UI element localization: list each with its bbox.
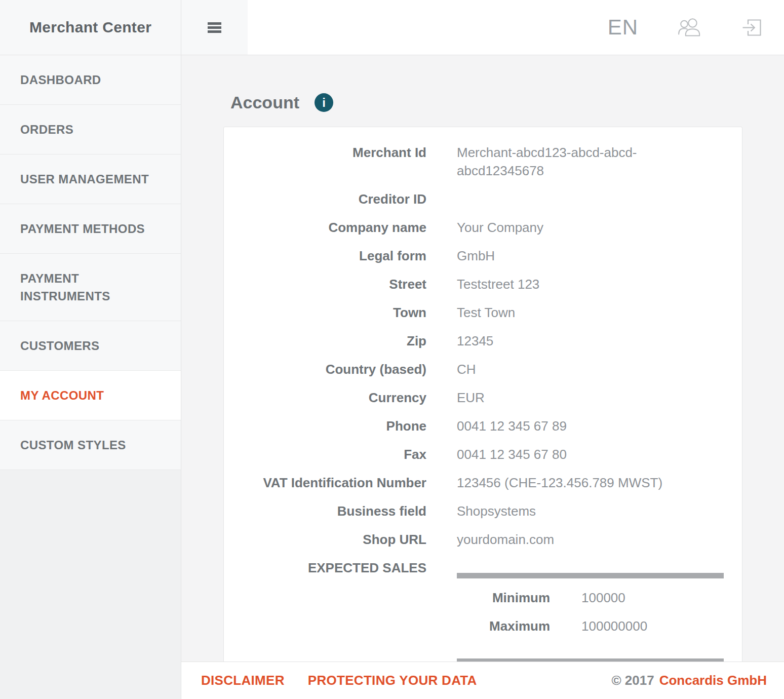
app-window: Merchant Center EN	[0, 0, 784, 699]
field-label: Legal form	[233, 247, 426, 265]
field-value: Teststreet 123	[457, 275, 724, 293]
subrow-value: 100000000	[581, 617, 733, 635]
expected-sales-subrow: Minimum 100000	[224, 584, 742, 612]
sidebar-item[interactable]: PAYMENT INSTRUMENTS	[0, 254, 181, 321]
field-label: Zip	[233, 332, 426, 350]
field-label: Fax	[233, 445, 426, 463]
field-value: Shopsystems	[457, 502, 724, 520]
field-value: Your Company	[457, 218, 724, 237]
expected-sales-label: EXPECTED SALES	[233, 559, 426, 578]
expected-sales-divider-top	[457, 559, 724, 578]
sidebar-item[interactable]: ORDERS	[0, 105, 181, 154]
field-row: Shop URL yourdomain.com	[224, 525, 742, 554]
expected-sales-row: EXPECTED SALES	[224, 554, 742, 584]
sidebar-item-label: ORDERS	[20, 123, 73, 136]
content-area: Account i Merchant Id Merchant-abcd123-a…	[181, 55, 784, 699]
account-fields: Merchant Id Merchant-abcd123-abcd-abcd-a…	[224, 138, 742, 554]
field-label: Street	[233, 275, 426, 293]
field-row: VAT Identification Number 123456 (CHE-12…	[224, 469, 742, 497]
topbar: Merchant Center EN	[0, 0, 784, 55]
field-row: Creditor ID	[224, 185, 742, 213]
footer: DISCLAIMER PROTECTING YOUR DATA © 2017 C…	[181, 662, 784, 699]
field-value: CH	[457, 360, 724, 378]
page-header: Account i	[230, 93, 742, 112]
field-value: Merchant-abcd123-abcd-abcd-abcd12345678	[457, 143, 670, 180]
field-value: 123456 (CHE-123.456.789 MWST)	[457, 474, 724, 492]
language-selector[interactable]: EN	[608, 15, 638, 40]
field-row: Town Test Town	[224, 298, 742, 327]
field-row: Fax 0041 12 345 67 80	[224, 440, 742, 469]
company-link[interactable]: Concardis GmbH	[659, 673, 767, 688]
brand-title: Merchant Center	[0, 0, 181, 55]
sidebar-item[interactable]: USER MANAGEMENT	[0, 154, 181, 204]
field-value: 12345	[457, 332, 724, 350]
field-value: GmbH	[457, 247, 724, 265]
copyright-year: © 2017	[611, 673, 654, 688]
field-row: Business field Shopsystems	[224, 497, 742, 525]
logout-button[interactable]	[741, 16, 764, 39]
divider-bar	[457, 573, 724, 578]
field-value: Test Town	[457, 303, 724, 322]
field-row: Street Teststreet 123	[224, 270, 742, 298]
field-row: Country (based) CH	[224, 355, 742, 383]
menu-toggle-button[interactable]	[181, 0, 248, 55]
copyright: © 2017 Concardis GmbH	[611, 673, 767, 688]
footer-link[interactable]: DISCLAIMER	[201, 673, 285, 688]
sidebar-item-label: USER MANAGEMENT	[20, 172, 149, 186]
field-value: EUR	[457, 389, 724, 407]
subrow-value: 100000	[581, 589, 733, 607]
field-row: Phone 0041 12 345 67 89	[224, 412, 742, 440]
field-value: 0041 12 345 67 80	[457, 445, 724, 463]
logout-icon	[741, 16, 764, 39]
main-layout: DASHBOARD ORDERS USER MANAGEMENT PAYMENT…	[0, 55, 784, 699]
field-label: Currency	[233, 389, 426, 407]
topbar-actions: EN	[248, 0, 784, 55]
users-icon	[678, 17, 701, 37]
field-label: Country (based)	[233, 360, 426, 378]
field-label: Phone	[233, 417, 426, 435]
sidebar-item-label: CUSTOMERS	[20, 339, 100, 353]
footer-link[interactable]: PROTECTING YOUR DATA	[308, 673, 477, 688]
sidebar-item-label: CUSTOM STYLES	[20, 438, 126, 452]
user-management-button[interactable]	[678, 17, 701, 37]
expected-sales-subrow: Maximum 100000000	[224, 612, 742, 640]
field-row: Merchant Id Merchant-abcd123-abcd-abcd-a…	[224, 138, 742, 185]
field-label: Shop URL	[233, 530, 426, 549]
sidebar-nav: DASHBOARD ORDERS USER MANAGEMENT PAYMENT…	[0, 55, 181, 699]
field-label: Merchant Id	[233, 143, 426, 180]
sidebar-item-label: PAYMENT METHODS	[20, 222, 145, 236]
field-row: Company name Your Company	[224, 213, 742, 242]
sidebar-item[interactable]: MY ACCOUNT	[0, 371, 181, 420]
hamburger-icon	[208, 22, 221, 33]
subrow-label: Minimum	[233, 589, 550, 607]
field-row: Currency EUR	[224, 383, 742, 412]
field-label: Business field	[233, 502, 426, 520]
sidebar-item[interactable]: CUSTOM STYLES	[0, 420, 181, 470]
info-icon[interactable]: i	[315, 93, 333, 112]
field-label: VAT Identification Number	[233, 474, 426, 492]
sidebar-item[interactable]: PAYMENT METHODS	[0, 204, 181, 254]
field-row: Zip 12345	[224, 327, 742, 355]
field-row: Legal form GmbH	[224, 242, 742, 270]
account-panel: Merchant Id Merchant-abcd123-abcd-abcd-a…	[223, 127, 742, 662]
field-value: yourdomain.com	[457, 530, 724, 549]
sidebar-item-label: MY ACCOUNT	[20, 389, 104, 402]
sidebar-item[interactable]: DASHBOARD	[0, 55, 181, 105]
sidebar-item[interactable]: CUSTOMERS	[0, 321, 181, 371]
subrow-label: Maximum	[233, 617, 550, 635]
field-value: 0041 12 345 67 89	[457, 417, 724, 435]
sidebar-item-label: PAYMENT INSTRUMENTS	[20, 271, 110, 303]
expected-sales-end-row	[224, 640, 742, 662]
sidebar-item-label: DASHBOARD	[20, 73, 101, 87]
content-body: Account i Merchant Id Merchant-abcd123-a…	[181, 55, 784, 662]
field-label: Town	[233, 303, 426, 322]
field-label: Company name	[233, 218, 426, 237]
page-title: Account	[230, 93, 299, 112]
field-label: Creditor ID	[233, 190, 426, 208]
field-value	[457, 190, 724, 208]
